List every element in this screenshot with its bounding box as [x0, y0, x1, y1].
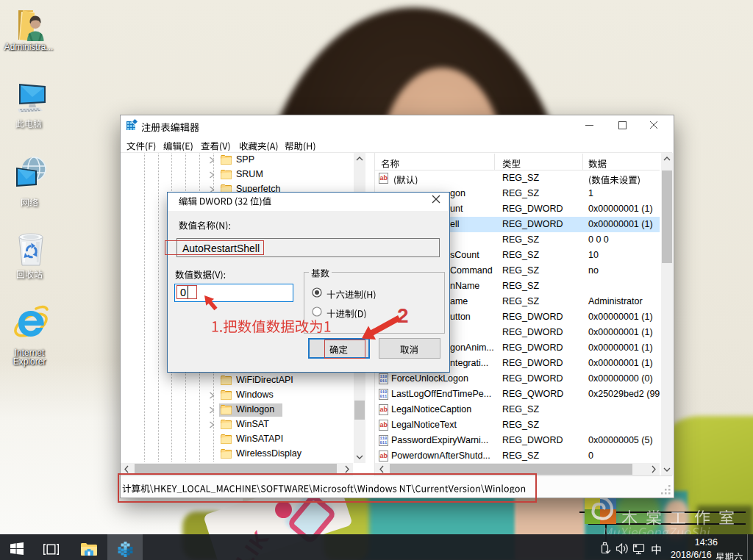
svg-text:ab: ab: [380, 421, 388, 428]
svg-text:ab: ab: [380, 406, 388, 413]
svg-text:011: 011: [380, 379, 388, 384]
svg-text:011: 011: [380, 441, 388, 445]
svg-text:ab: ab: [380, 174, 388, 182]
svg-text:011: 011: [380, 395, 388, 399]
svg-text:ab: ab: [380, 452, 388, 459]
